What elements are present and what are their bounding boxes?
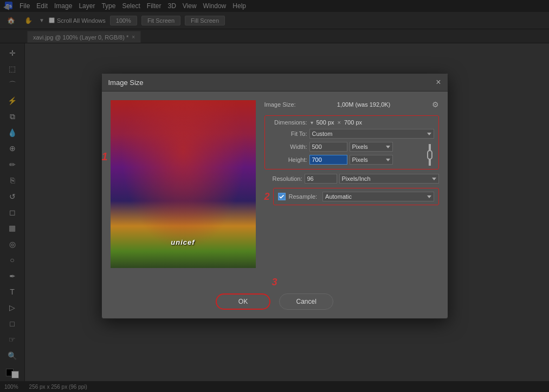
dialog-body: unicef 1 Image Size: 1,00M (was 192,0K) … xyxy=(102,92,448,277)
resolution-row: Resolution: Pixels/Inch Pixels/Centimete… xyxy=(264,174,439,184)
resolution-label: Resolution: xyxy=(264,175,302,182)
jersey-text: unicef xyxy=(171,238,195,246)
image-preview: unicef xyxy=(111,100,256,268)
dimensions-label: Dimensions: xyxy=(269,119,307,126)
dialog-title: Image Size xyxy=(108,79,144,87)
dialog-title-bar: Image Size × xyxy=(102,74,448,92)
image-size-label: Image Size: xyxy=(264,101,296,108)
resample-container: 2 Resample: Automatic xyxy=(264,188,439,205)
width-height-inputs: Width: Pixels Height: xyxy=(269,142,423,166)
cancel-button[interactable]: Cancel xyxy=(279,293,333,310)
image-preview-container: unicef 1 xyxy=(111,100,256,268)
fit-to-select-wrapper: Custom xyxy=(309,129,434,139)
dimensions-row: Dimensions: ▾ 500 px × 700 px xyxy=(269,119,434,126)
height-unit-select[interactable]: Pixels xyxy=(350,155,393,165)
settings-panel: Image Size: 1,00M (was 192,0K) ⚙ Dimensi… xyxy=(264,100,439,268)
step3-label: 3 xyxy=(102,277,448,288)
preview-image: unicef xyxy=(111,100,256,268)
dialog-footer-wrapper: 3 OK Cancel xyxy=(102,277,448,318)
image-size-row: Image Size: 1,00M (was 192,0K) ⚙ xyxy=(264,100,439,111)
fit-to-label: Fit To: xyxy=(269,130,307,137)
svg-rect-4 xyxy=(429,159,431,166)
height-input[interactable] xyxy=(309,155,347,165)
dimensions-dropdown-icon[interactable]: ▾ xyxy=(311,120,313,126)
resample-select[interactable]: Automatic Preserve Details Bicubic Smoot… xyxy=(322,192,434,201)
dialog-overlay: Image Size × unicef 1 xyxy=(0,0,549,392)
resample-label: Resample: xyxy=(289,193,318,200)
dialog-footer: OK Cancel xyxy=(102,289,448,318)
resample-section: Resample: Automatic Preserve Details Bic… xyxy=(273,188,439,205)
settings-gear-icon[interactable]: ⚙ xyxy=(432,100,439,109)
dialog-close-button[interactable]: × xyxy=(436,78,441,87)
dimensions-width-value: 500 px xyxy=(317,119,334,126)
resample-row: Resample: Automatic Preserve Details Bic… xyxy=(278,192,434,201)
width-input[interactable] xyxy=(309,142,347,152)
resolution-unit-select[interactable]: Pixels/Inch Pixels/Centimeter xyxy=(339,174,439,184)
step2-label: 2 xyxy=(264,191,270,202)
height-row: Height: Pixels xyxy=(269,155,423,165)
image-size-value: 1,00M (was 192,0K) xyxy=(337,101,390,108)
resample-checkbox[interactable] xyxy=(278,193,286,200)
fit-to-row: Fit To: Custom xyxy=(269,129,434,139)
fit-to-select[interactable]: Custom xyxy=(309,129,434,139)
ok-button[interactable]: OK xyxy=(216,293,270,310)
dimensions-separator: × xyxy=(338,119,341,126)
image-size-dialog: Image Size × unicef 1 xyxy=(101,73,448,319)
height-label: Height: xyxy=(269,156,307,163)
svg-rect-2 xyxy=(429,144,431,151)
width-unit-select[interactable]: Pixels xyxy=(350,142,393,152)
wh-rows: Width: Pixels Height: xyxy=(269,142,434,166)
svg-rect-3 xyxy=(428,151,432,159)
dimensions-height-value: 700 px xyxy=(344,119,362,126)
width-row: Width: Pixels xyxy=(269,142,423,152)
chain-link-icon[interactable] xyxy=(425,144,434,166)
step1-label: 1 xyxy=(102,151,108,163)
dimensions-section: Dimensions: ▾ 500 px × 700 px Fit To: Cu… xyxy=(264,115,439,169)
resolution-input[interactable] xyxy=(305,174,337,184)
width-label: Width: xyxy=(269,143,307,150)
